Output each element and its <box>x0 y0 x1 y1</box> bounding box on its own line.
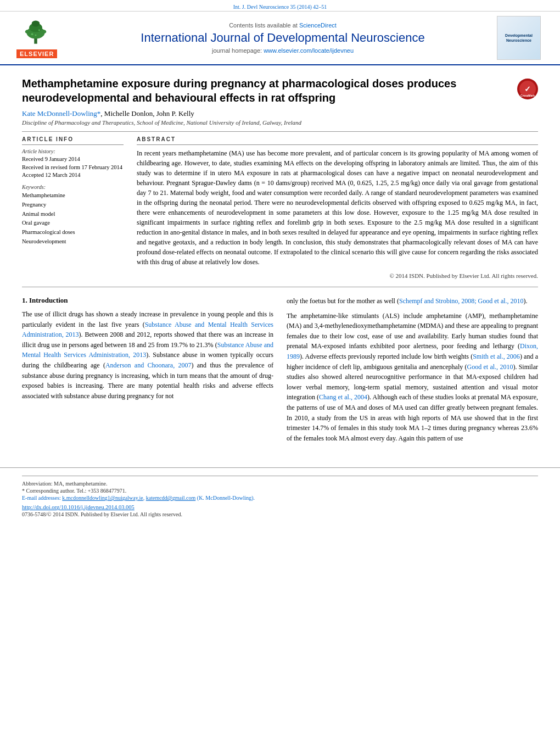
contents-text: Contents lists available at <box>229 22 298 29</box>
revised: Received in revised form 17 February 201… <box>22 164 124 172</box>
author-kelly: John P. Kelly <box>156 109 194 118</box>
keyword-2: Pregnancy <box>22 200 124 210</box>
keyword-4: Oral gavage <box>22 219 124 228</box>
top-bar: Int. J. Devl Neuroscience 35 (2014) 42–5… <box>0 0 560 12</box>
homepage-url[interactable]: www.elsevier.com/locate/ijdevneu <box>264 47 354 54</box>
intro-heading: 1. Introduction <box>22 296 273 305</box>
elsevier-wordmark: ELSEVIER <box>16 49 57 58</box>
crossmark-badge: ✓ CrossMark <box>517 79 538 99</box>
keyword-3: Animal model <box>22 210 124 219</box>
svg-text:CrossMark: CrossMark <box>520 94 535 97</box>
email-suffix: (K. McDonnell-Dowling). <box>197 495 255 501</box>
elsevier-logo: ELSEVIER <box>16 18 71 58</box>
received-1: Received 9 January 2014 <box>22 155 124 164</box>
page: Int. J. Devl Neuroscience 35 (2014) 42–5… <box>0 0 560 742</box>
main-content-section: 1. Introduction The use of illicit drugs… <box>22 296 538 448</box>
accepted: Accepted 12 March 2014 <box>22 171 124 180</box>
authors-line: Kate McDonnell-Dowling*, Michelle Donlon… <box>22 109 538 118</box>
journal-title: International Journal of Developmental N… <box>71 31 494 45</box>
abstract-divider <box>137 144 538 145</box>
article-body: Methamphetamine exposure during pregnanc… <box>0 65 560 459</box>
footnote-email: E-mail addresses: k.mcdonnelldowling1@nu… <box>22 495 538 501</box>
doi-link[interactable]: http://dx.doi.org/10.1016/j.ijdevneu.201… <box>22 504 135 510</box>
svg-point-5 <box>40 30 46 34</box>
article-info-label: ARTICLE INFO <box>22 136 124 142</box>
affiliation-line: Discipline of Pharmacology and Therapeut… <box>22 119 538 126</box>
copyright-line: © 2014 ISDN. Published by Elsevier Ltd. … <box>137 272 538 279</box>
svg-point-8 <box>35 35 37 36</box>
ref-chang-2004[interactable]: Chang et al., 2004 <box>319 393 367 401</box>
elsevier-tree-icon <box>16 18 55 48</box>
journal-center: Contents lists available at ScienceDirec… <box>71 22 494 54</box>
keywords-heading: Keywords: <box>22 184 124 190</box>
crossmark-icon: ✓ CrossMark <box>519 80 536 98</box>
footnote-abbr: Abbreviation: MA, methamphetamine. <box>22 481 538 487</box>
email-1-link[interactable]: k.mcdonnelldowling1@nuigalway.ie <box>62 495 143 501</box>
dev-neuro-badge: DevelopmentalNeuroscience <box>497 16 541 60</box>
homepage-line: journal homepage: www.elsevier.com/locat… <box>71 47 494 54</box>
article-history-heading: Article history: <box>22 148 124 154</box>
homepage-label: journal homepage: <box>212 47 262 54</box>
article-info-col: ARTICLE INFO Article history: Received 9… <box>22 136 124 279</box>
ref-good-2010[interactable]: Good et al., 2010 <box>467 363 513 371</box>
ref-samhsa-2013[interactable]: Substance Abuse and Mental Health Servic… <box>22 321 273 339</box>
keywords-list: Methamphetamine Pregnancy Animal model O… <box>22 191 124 247</box>
keyword-6: Neurodevelopment <box>22 237 124 247</box>
intro-para3: The amphetamine-like stimulants (ALS) in… <box>287 311 538 444</box>
title-divider <box>22 131 538 132</box>
author-mcdonnell[interactable]: Kate McDonnell-Dowling* <box>22 109 100 118</box>
author-donlon: Michelle Donlon <box>104 109 153 118</box>
two-col-section: ARTICLE INFO Article history: Received 9… <box>22 136 538 279</box>
email-label: E-mail addresses: <box>22 495 61 501</box>
abstract-col: ABSTRACT In recent years methamphetamine… <box>137 136 538 279</box>
article-title-section: Methamphetamine exposure during pregnanc… <box>22 71 538 105</box>
intro-para1: The use of illicit drugs has shown a ste… <box>22 309 273 401</box>
article-title: Methamphetamine exposure during pregnanc… <box>22 76 509 105</box>
svg-point-6 <box>31 33 33 35</box>
main-right-col: only the foetus but for the mother as we… <box>287 296 538 448</box>
body-divider <box>22 287 538 287</box>
svg-point-7 <box>38 30 40 31</box>
abstract-label: ABSTRACT <box>137 136 538 142</box>
footnote-corresponding: * Corresponding author. Tel.: +353 86847… <box>22 488 538 494</box>
doi-footer: http://dx.doi.org/10.1016/j.ijdevneu.201… <box>22 504 538 510</box>
ref-anderson-choonara[interactable]: Anderson and Choonara, 2007 <box>105 361 192 369</box>
badge-text: DevelopmentalNeuroscience <box>505 33 533 43</box>
ref-smith-2006[interactable]: Smith et al., 2006 <box>473 353 520 360</box>
keyword-1: Methamphetamine <box>22 191 124 200</box>
svg-point-4 <box>25 30 31 34</box>
ref-samhsa-2013b[interactable]: Substance Abuse and Mental Health Servic… <box>22 341 273 359</box>
email-2-link[interactable]: katemcdd@gmail.com <box>146 495 196 501</box>
article-footer: Abbreviation: MA, methamphetamine. * Cor… <box>0 467 560 517</box>
main-left-col: 1. Introduction The use of illicit drugs… <box>22 296 273 448</box>
info-divider <box>22 144 124 145</box>
science-direct-link[interactable]: ScienceDirect <box>299 22 337 29</box>
keywords-block: Keywords: Methamphetamine Pregnancy Anim… <box>22 184 124 247</box>
ref-schempf-strobino[interactable]: Schempf and Strobino, 2008; Good et al.,… <box>399 297 524 305</box>
contents-line: Contents lists available at ScienceDirec… <box>71 22 494 29</box>
footer-divider <box>22 476 538 476</box>
abstract-text: In recent years methamphetamine (MA) use… <box>137 148 538 267</box>
svg-point-3 <box>32 21 40 27</box>
svg-text:✓: ✓ <box>524 85 531 93</box>
journal-header: ELSEVIER Contents lists available at Sci… <box>0 12 560 65</box>
doi-text: Int. J. Devl Neuroscience 35 (2014) 42–5… <box>233 4 327 10</box>
article-history-block: Article history: Received 9 January 2014… <box>22 148 124 180</box>
keyword-5: Pharmacological doses <box>22 228 124 237</box>
issn-footer: 0736-5748/© 2014 ISDN. Published by Else… <box>22 511 538 517</box>
intro-para2: only the foetus but for the mother as we… <box>287 296 538 306</box>
journal-logo-right: DevelopmentalNeuroscience <box>494 16 544 60</box>
